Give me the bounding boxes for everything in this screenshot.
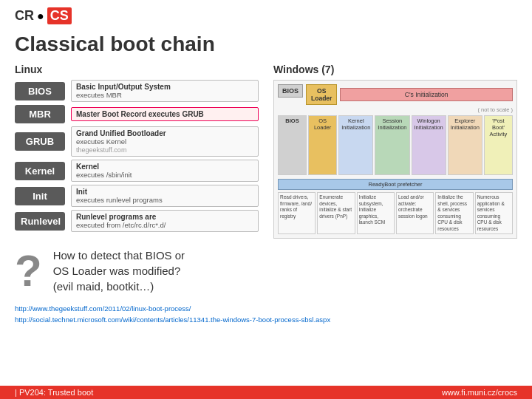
grub-label: GRUB (15, 132, 65, 151)
init-desc: Init executes runlevel programs (71, 185, 259, 207)
grub-desc: Grand Unified Bootloader executes Kernel… (71, 126, 259, 157)
logo-cr: CR (15, 8, 34, 24)
runlevel-desc-sub: executed from /etc/rc.d/rc*.d/ (76, 221, 253, 229)
win-phases-row: BIOS OSLoader KernelInitialization Sessi… (278, 115, 513, 175)
boot-item-runlevel: Runlevel Runlevel programs are executed … (15, 210, 259, 232)
win-readyboot: ReadyBoot prefetcher (278, 179, 513, 190)
boot-item-kernel: Kernel Kernel executes /sbin/init (15, 160, 259, 182)
win-phase-bios: BIOS (278, 115, 307, 175)
website-url: www.fi.muni.cz/crocs (442, 388, 517, 397)
win-phase-os: OSLoader (308, 115, 337, 175)
course-label: | PV204: Trusted boot (15, 388, 93, 397)
question-text: How to detect that BIOS or OS Loader was… (53, 248, 185, 294)
page-title: Classical boot chain (0, 28, 532, 64)
win-os-loader: OSLoader (306, 84, 337, 105)
runlevel-label: Runlevel (15, 212, 65, 231)
win-detail-5: Numerous application & services consumin… (475, 192, 513, 234)
windows-diagram: BIOS OSLoader C's Initialization ( not t… (273, 80, 517, 239)
win-detail-3: Load and/or activate: orchestrate sessio… (396, 192, 434, 234)
boot-item-bios: BIOS Basic Input/Output System executes … (15, 80, 259, 102)
kernel-desc: Kernel executes /sbin/init (71, 160, 259, 182)
win-detail-0: Read drivers, firmware, /and/ ranks of r… (278, 192, 316, 234)
mbr-desc: Master Boot Record executes GRUB (71, 107, 259, 121)
footer-link1[interactable]: http://www.thegeekstuff.com/2011/02/linu… (15, 303, 517, 314)
mbr-desc-title: Master Boot Record executes GRUB (76, 110, 253, 118)
win-phase-postboot: 'Post Boot'Activity (484, 115, 513, 175)
win-phase-kernel: KernelInitialization (338, 115, 373, 175)
grub-desc-title: Grand Unified Bootloader (76, 129, 253, 137)
win-top-row: BIOS OSLoader C's Initialization ( not t… (278, 84, 513, 113)
win-phase-session: SessionInitialization (375, 115, 409, 175)
kernel-desc-sub: executes /sbin/init (76, 171, 253, 179)
win-phase-explorer: ExplorerInitialization (448, 115, 482, 175)
runlevel-desc: Runlevel programs are executed from /etc… (71, 210, 259, 232)
init-label: Init (15, 187, 65, 205)
footer-links: http://www.thegeekstuff.com/2011/02/linu… (0, 300, 532, 328)
header: CR ● CS (0, 0, 532, 28)
question-line2: OS Loader was modified? (53, 265, 181, 277)
win-detail-1: Enumerate devices, initialize & start dr… (317, 192, 355, 234)
win-not-to-scale: ( not to scale ) (306, 106, 513, 113)
footer-link2[interactable]: http://social.technet.microsoft.com/wiki… (15, 314, 517, 325)
question-line1: How to detect that BIOS or (53, 249, 185, 262)
boot-item-mbr: MBR Master Boot Record executes GRUB (15, 105, 259, 123)
init-desc-sub: executes runlevel programs (76, 196, 253, 204)
logo-cs: CS (47, 7, 72, 24)
windows-section-title: Windows (7) (273, 64, 517, 75)
win-detail-4: Initialize the shell, process & services… (435, 192, 473, 234)
boot-item-grub: GRUB Grand Unified Bootloader executes K… (15, 126, 259, 157)
win-detail-2: Initialize subsystem, Initialize graphic… (357, 192, 395, 234)
kernel-label: Kernel (15, 162, 65, 180)
bios-desc-title: Basic Input/Output System (76, 83, 253, 91)
runlevel-desc-title: Runlevel programs are (76, 213, 253, 221)
logo-dot: ● (37, 10, 44, 23)
question-section: ? How to detect that BIOS or OS Loader w… (0, 242, 532, 300)
bios-desc: Basic Input/Output System executes MBR (71, 80, 259, 102)
mbr-label: MBR (15, 105, 65, 123)
logo: CR ● CS (15, 7, 72, 24)
bios-desc-sub: executes MBR (76, 91, 253, 99)
windows-section: Windows (7) BIOS OSLoader C's Initializa… (273, 64, 517, 239)
kernel-desc-title: Kernel (76, 163, 253, 171)
grub-desc-sub: executes Kernel (76, 137, 253, 146)
linux-section: Linux BIOS Basic Input/Output System exe… (15, 64, 259, 239)
win-detail-boxes: Read drivers, firmware, /and/ ranks of r… (278, 192, 513, 234)
linux-section-title: Linux (15, 64, 259, 75)
boot-item-init: Init Init executes runlevel programs (15, 185, 259, 207)
question-line3: (evil maid, bootkit…) (53, 280, 154, 293)
bottom-bar: | PV204: Trusted boot www.fi.muni.cz/cro… (0, 386, 532, 399)
win-bios-top: BIOS (278, 84, 303, 98)
init-desc-title: Init (76, 188, 253, 196)
main-content: Linux BIOS Basic Input/Output System exe… (0, 64, 532, 239)
win-ci-init: C's Initialization (340, 88, 513, 101)
bios-label: BIOS (15, 82, 65, 100)
win-phase-winlogon: WinlogonInitialization (412, 115, 446, 175)
question-mark-icon: ? (15, 249, 42, 293)
thegeekstuff-ref: thegeekstuff.com (76, 146, 253, 154)
